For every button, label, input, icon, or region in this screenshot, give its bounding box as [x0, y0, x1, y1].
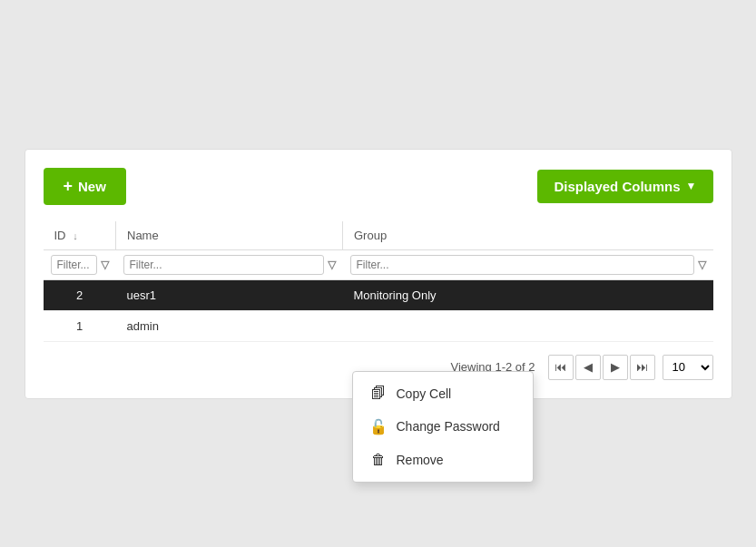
- table-header-row: ID ↓ Name Group: [44, 221, 713, 250]
- col-name-label: Name: [127, 229, 159, 242]
- filter-input-group[interactable]: [350, 255, 694, 275]
- cell-group: Monitoring Only: [343, 279, 713, 310]
- filter-icon-group[interactable]: ▽: [698, 259, 706, 271]
- cell-id: 1: [44, 310, 116, 341]
- table-row[interactable]: 1 admin: [44, 310, 713, 341]
- copy-cell-label: Copy Cell: [397, 386, 452, 401]
- cell-name: admin: [116, 310, 343, 341]
- displayed-columns-label: Displayed Columns: [554, 179, 680, 194]
- remove-icon: 🗑: [369, 452, 388, 468]
- col-header-group[interactable]: Group: [343, 221, 713, 250]
- context-menu-copy-cell[interactable]: 🗐 Copy Cell: [353, 377, 533, 410]
- filter-icon-id[interactable]: ▽: [101, 259, 109, 271]
- cell-id: 2: [44, 279, 116, 310]
- remove-label: Remove: [397, 453, 444, 467]
- change-password-icon: 🔓: [369, 418, 388, 435]
- next-page-button[interactable]: ▶: [603, 355, 628, 380]
- new-label: New: [78, 179, 106, 194]
- filter-icon-name[interactable]: ▽: [328, 259, 336, 271]
- col-header-id[interactable]: ID ↓: [44, 221, 116, 250]
- filter-input-id[interactable]: [51, 255, 97, 275]
- cell-group: [343, 310, 713, 341]
- context-menu-change-password[interactable]: 🔓 Change Password: [353, 410, 533, 444]
- filter-cell-group: ▽: [343, 249, 713, 279]
- filter-cell-id: ▽: [44, 249, 116, 279]
- page-size-select[interactable]: 5 10 25 50 100: [663, 355, 713, 380]
- filter-row: ▽ ▽ ▽: [44, 249, 713, 279]
- context-menu-remove[interactable]: 🗑 Remove: [353, 444, 533, 476]
- filter-cell-name: ▽: [116, 249, 343, 279]
- main-card: + New Displayed Columns ▼ ID ↓ Name: [25, 149, 732, 399]
- plus-icon: +: [64, 177, 74, 196]
- last-page-button[interactable]: ⏭: [630, 355, 655, 380]
- displayed-columns-button[interactable]: Displayed Columns ▼: [537, 170, 712, 203]
- cell-name: uesr1: [116, 279, 343, 310]
- col-group-label: Group: [354, 229, 387, 242]
- prev-page-button[interactable]: ◀: [575, 355, 601, 380]
- new-button[interactable]: + New: [44, 168, 126, 205]
- filter-input-name[interactable]: [123, 255, 324, 275]
- change-password-label: Change Password: [397, 419, 500, 434]
- toolbar: + New Displayed Columns ▼: [44, 168, 713, 205]
- data-table: ID ↓ Name Group ▽: [44, 221, 713, 342]
- col-id-label: ID: [54, 229, 66, 242]
- context-menu: 🗐 Copy Cell 🔓 Change Password 🗑 Remove: [352, 371, 534, 483]
- copy-cell-icon: 🗐: [369, 386, 388, 402]
- dropdown-arrow-icon: ▼: [686, 180, 697, 192]
- col-header-name[interactable]: Name: [116, 221, 343, 250]
- table-row[interactable]: 2 uesr1 Monitoring Only: [44, 279, 713, 310]
- pager: ⏮ ◀ ▶ ⏭: [548, 355, 655, 380]
- sort-icon-id: ↓: [73, 230, 78, 241]
- first-page-button[interactable]: ⏮: [548, 355, 574, 380]
- table-container: ID ↓ Name Group ▽: [44, 221, 713, 342]
